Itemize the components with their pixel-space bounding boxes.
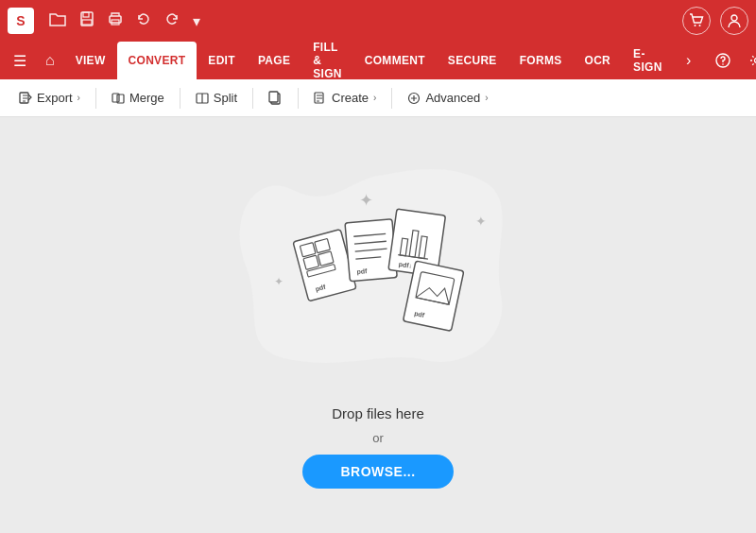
nav-item-secure[interactable]: SECURE	[437, 42, 508, 79]
svg-rect-2	[82, 20, 92, 25]
toolbar-separator-4	[298, 88, 299, 109]
profile-button[interactable]	[720, 7, 748, 35]
drop-text: Drop files here	[332, 405, 424, 421]
or-text: or	[372, 431, 384, 445]
open-file-icon[interactable]	[49, 11, 66, 30]
advanced-button[interactable]: Advanced ›	[400, 86, 495, 110]
settings-button[interactable]	[742, 45, 756, 76]
cart-button[interactable]	[682, 7, 711, 35]
svg-point-9	[722, 63, 724, 65]
nav-item-comment[interactable]: COMMENT	[353, 42, 437, 79]
more-nav-button[interactable]: ›	[674, 45, 704, 76]
pdf-files-illustration: pdf pdf pdf↓	[274, 195, 482, 355]
title-bar: S ▾	[0, 0, 756, 42]
nav-bar: ☰ ⌂ VIEW CONVERT EDIT PAGE FILL & SIGN C…	[0, 42, 756, 79]
drop-zone: ✦ ✦ ✦ pdf	[236, 162, 520, 489]
browse-button[interactable]: BROWSE...	[302, 455, 453, 489]
nav-item-esign[interactable]: E-SIGN	[622, 42, 674, 79]
help-button[interactable]	[708, 45, 738, 76]
svg-rect-17	[269, 92, 278, 102]
copy-button[interactable]	[261, 86, 290, 110]
split-button[interactable]: Split	[188, 86, 245, 110]
main-content: ✦ ✦ ✦ pdf	[0, 117, 756, 533]
nav-item-view[interactable]: VIEW	[64, 42, 117, 79]
home-nav-button[interactable]: ⌂	[36, 42, 64, 79]
toolbar-separator-3	[252, 88, 253, 109]
create-chevron-icon: ›	[373, 93, 376, 103]
app-logo[interactable]: S	[8, 8, 34, 34]
create-button[interactable]: Create ›	[306, 86, 384, 110]
nav-item-fillsign[interactable]: FILL & SIGN	[301, 42, 353, 79]
svg-point-7	[731, 15, 737, 21]
svg-point-5	[695, 25, 696, 26]
redo-icon[interactable]	[164, 11, 180, 30]
nav-item-page[interactable]: PAGE	[247, 42, 301, 79]
svg-point-6	[699, 25, 701, 26]
export-button[interactable]: Export ›	[11, 86, 88, 110]
save-icon[interactable]	[79, 11, 94, 30]
advanced-chevron-icon: ›	[485, 93, 488, 103]
nav-item-ocr[interactable]: OCR	[574, 42, 623, 79]
nav-item-forms[interactable]: FORMS	[508, 42, 574, 79]
toolbar: Export › Merge Split Create › Advanced ›	[0, 79, 756, 117]
title-bar-right	[682, 7, 748, 35]
merge-button[interactable]: Merge	[104, 86, 172, 110]
nav-item-convert[interactable]: CONVERT	[117, 42, 198, 79]
nav-item-edit[interactable]: EDIT	[197, 42, 247, 79]
toolbar-separator-2	[180, 88, 180, 109]
nav-right-actions: ›	[674, 42, 756, 79]
undo-icon[interactable]	[136, 11, 151, 30]
print-icon[interactable]	[108, 11, 123, 30]
toolbar-separator-1	[95, 88, 96, 109]
toolbar-separator-5	[391, 88, 392, 109]
dropdown-chevron-icon[interactable]: ▾	[193, 12, 200, 30]
export-chevron-icon: ›	[77, 93, 80, 103]
hamburger-menu-button[interactable]: ☰	[4, 42, 36, 79]
title-bar-icons: ▾	[49, 11, 200, 30]
title-bar-left: S ▾	[8, 8, 200, 34]
